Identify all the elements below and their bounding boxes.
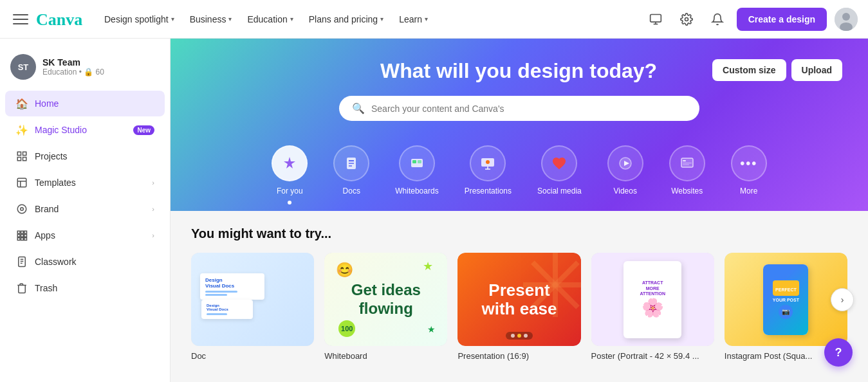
sidebar-item-label: Brand bbox=[35, 204, 145, 214]
sidebar-item-label: Trash bbox=[35, 283, 154, 293]
category-presentations[interactable]: Presentations bbox=[452, 139, 524, 211]
hero-search-wrap: 🔍 bbox=[196, 96, 842, 136]
sidebar-item-label: Classwork bbox=[35, 257, 154, 267]
magic-studio-icon: ✨ bbox=[15, 123, 28, 136]
svg-rect-1 bbox=[650, 14, 661, 22]
svg-rect-19 bbox=[24, 231, 27, 233]
category-docs[interactable]: Docs bbox=[320, 139, 382, 211]
svg-rect-45 bbox=[683, 163, 692, 163]
hero-title: What will you design today? bbox=[325, 59, 712, 96]
phone-mockup: PERFECT YOUR POST 📷 bbox=[763, 264, 808, 335]
sidebar-item-label: Apps bbox=[35, 230, 145, 241]
category-videos[interactable]: Videos bbox=[595, 139, 656, 211]
apps-icon bbox=[15, 229, 28, 242]
sidebar-item-brand[interactable]: Brand › bbox=[5, 196, 165, 222]
sidebar: ST SK Team Education • 🔒 60 🏠 Home ✨ Mag… bbox=[0, 39, 171, 382]
team-avatar: ST bbox=[10, 54, 36, 80]
suggestion-card-poster[interactable]: ATTRACTMOREATTENTION 🌸 Poster (Portrait … bbox=[591, 253, 714, 361]
nav-education[interactable]: Education ▾ bbox=[241, 10, 299, 28]
sidebar-team: ST SK Team Education • 🔒 60 bbox=[0, 49, 170, 90]
sidebar-item-label: Magic Studio bbox=[35, 125, 124, 135]
category-whiteboards[interactable]: Whiteboards bbox=[382, 139, 451, 211]
upload-button[interactable]: Upload bbox=[791, 59, 842, 81]
hero-section: What will you design today? Custom size … bbox=[171, 39, 868, 211]
category-social-media[interactable]: Social media bbox=[524, 139, 595, 211]
card-label: Presentation (16:9) bbox=[457, 351, 580, 361]
create-design-button[interactable]: Create a design bbox=[737, 8, 827, 31]
category-label: For you bbox=[277, 186, 303, 196]
hero-search-bar[interactable]: 🔍 bbox=[339, 96, 699, 121]
card-label: Poster (Portrait - 42 × 59.4 ... bbox=[591, 351, 714, 361]
suggestions-title: You might want to try... bbox=[191, 226, 847, 241]
category-label: Social media bbox=[537, 186, 582, 196]
category-label: Videos bbox=[613, 186, 636, 196]
category-for-you[interactable]: For you bbox=[259, 139, 320, 211]
poster-content: ATTRACTMOREATTENTION 🌸 bbox=[623, 261, 681, 338]
notifications-icon[interactable] bbox=[706, 8, 729, 31]
sidebar-item-home[interactable]: 🏠 Home bbox=[5, 91, 165, 116]
sidebar-item-templates[interactable]: Templates › bbox=[5, 170, 165, 196]
hamburger-menu[interactable] bbox=[10, 9, 31, 30]
svg-point-16 bbox=[21, 208, 24, 211]
suggestion-card-doc[interactable]: Design Visual Docs Design Visual Docs bbox=[191, 253, 314, 361]
category-more[interactable]: ••• More bbox=[718, 139, 780, 211]
svg-rect-20 bbox=[17, 235, 20, 237]
sidebar-item-trash[interactable]: Trash bbox=[5, 275, 165, 301]
projects-icon bbox=[15, 150, 28, 163]
main-content: What will you design today? Custom size … bbox=[171, 39, 868, 382]
category-websites[interactable]: Websites bbox=[656, 139, 718, 211]
svg-point-4 bbox=[685, 17, 688, 21]
suggestion-card-whiteboard[interactable]: 😊 ★ Get ideasflowing ★ 100 Whiteboard bbox=[324, 253, 447, 361]
nav-learn[interactable]: Learn ▾ bbox=[392, 10, 434, 28]
smiley-icon: 😊 bbox=[336, 262, 353, 278]
sidebar-item-label: Projects bbox=[35, 151, 154, 161]
card-label: Doc bbox=[191, 351, 314, 361]
help-button[interactable]: ? bbox=[824, 338, 853, 367]
nav-plans-pricing[interactable]: Plans and pricing ▾ bbox=[302, 10, 390, 28]
nav-business[interactable]: Business ▾ bbox=[183, 10, 239, 28]
category-label: Docs bbox=[343, 186, 360, 196]
svg-rect-21 bbox=[21, 235, 24, 237]
sidebar-item-magic-studio[interactable]: ✨ Magic Studio New bbox=[5, 117, 165, 143]
category-label: Presentations bbox=[465, 186, 512, 196]
category-label: Websites bbox=[671, 186, 703, 196]
instagram-card-image: PERFECT YOUR POST 📷 bbox=[725, 253, 847, 346]
chevron-down-icon: ▾ bbox=[228, 15, 232, 23]
settings-icon[interactable] bbox=[675, 8, 698, 31]
active-indicator bbox=[288, 201, 291, 205]
hero-top: What will you design today? Custom size … bbox=[196, 59, 842, 96]
star2-icon: ★ bbox=[427, 324, 436, 334]
svg-point-6 bbox=[842, 13, 850, 21]
canva-logo[interactable]: Canva bbox=[36, 10, 88, 29]
team-sub: Education • 🔒 60 bbox=[42, 68, 104, 77]
suggestions-row: Design Visual Docs Design Visual Docs bbox=[191, 253, 847, 361]
desktop-icon[interactable] bbox=[644, 8, 667, 31]
svg-rect-35 bbox=[412, 160, 416, 163]
svg-rect-10 bbox=[23, 158, 26, 161]
category-label: Whiteboards bbox=[395, 186, 438, 196]
sidebar-item-classwork[interactable]: Classwork bbox=[5, 249, 165, 275]
svg-rect-17 bbox=[17, 231, 20, 233]
top-navigation: Canva Design spotlight ▾ Business ▾ Educ… bbox=[0, 0, 868, 39]
search-input[interactable] bbox=[371, 104, 687, 114]
slide-controls bbox=[506, 332, 533, 340]
suggestion-card-presentation[interactable]: Presentwith ease Presentation (16:9) bbox=[457, 253, 580, 361]
videos-icon bbox=[607, 145, 643, 181]
category-row: For you Docs bbox=[196, 136, 842, 211]
home-icon: 🏠 bbox=[15, 97, 28, 110]
custom-size-button[interactable]: Custom size bbox=[712, 59, 786, 81]
svg-rect-24 bbox=[21, 238, 24, 241]
websites-icon bbox=[669, 145, 705, 181]
sidebar-item-apps[interactable]: Apps › bbox=[5, 223, 165, 248]
sidebar-nav: 🏠 Home ✨ Magic Studio New Projects Templ… bbox=[0, 91, 170, 301]
suggestions-section: You might want to try... Design Visual D… bbox=[171, 211, 868, 376]
next-button[interactable]: › bbox=[831, 288, 854, 311]
sidebar-item-projects[interactable]: Projects bbox=[5, 143, 165, 169]
sidebar-item-label: Templates bbox=[35, 177, 145, 188]
brand-icon bbox=[15, 203, 28, 215]
svg-rect-8 bbox=[17, 152, 21, 155]
whiteboard-card-image: 😊 ★ Get ideasflowing ★ 100 bbox=[324, 253, 447, 346]
nav-design-spotlight[interactable]: Design spotlight ▾ bbox=[98, 10, 181, 28]
trash-icon bbox=[15, 282, 28, 295]
avatar[interactable] bbox=[835, 8, 858, 31]
